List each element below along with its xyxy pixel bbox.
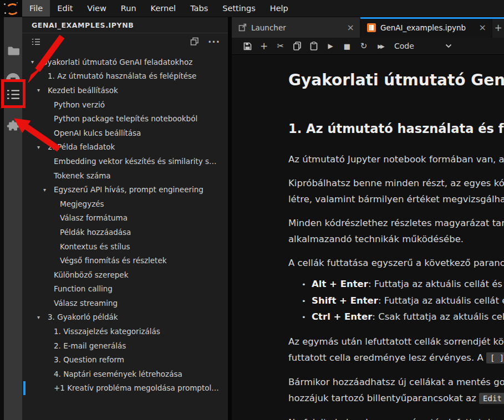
toc-item[interactable]: ▾Egyszerű API hívás, prompt engineering [22,182,228,197]
tab-launcher[interactable]: Launcher× [232,17,360,38]
toc-item[interactable]: 2. E-mail generálás [22,339,228,353]
restart-run-all-button[interactable]: ▶▶ [372,38,389,54]
bullet-marker: • [302,277,312,293]
activity-bar [4,17,22,420]
toc-item[interactable]: OpenAI kulcs beállítása [22,126,228,140]
text-line: Minden kódrészlethez részletes magyaráza… [288,215,504,231]
toc-item[interactable]: Válasz streaming [22,296,228,310]
new-tab-button[interactable]: + [492,17,504,38]
menu-file[interactable]: File [22,0,50,17]
toc-item[interactable]: Python package telepítés notebookból [22,111,228,126]
chevron-down-icon [445,44,452,48]
text-line: Gyakorlati útmutató GenAI feladatokhoz [288,69,504,91]
collapse-caret-icon[interactable]: ▾ [37,314,48,320]
close-icon[interactable]: × [479,24,486,32]
collapse-caret-icon[interactable]: ▾ [37,144,48,150]
toc-item-label: Válasz formátuma [60,213,128,222]
paragraph: Az egymás után lefuttatott cellák sorren… [288,334,504,366]
menu-tabs[interactable]: Tabs [183,0,215,17]
menu-kernel[interactable]: Kernel [144,0,184,17]
logo-dot [4,3,6,5]
toc-item-label: OpenAI kulcs beállítása [54,129,141,137]
toc-item[interactable]: +1 Kreatív probléma megoldása promptol… [22,381,228,396]
toc-item[interactable]: Különböző szerepek [22,268,228,282]
more-commands-icon[interactable]: ∙∙∙ [208,39,220,44]
toc-item[interactable]: Kontextus és stílus [22,239,228,254]
toc-item[interactable]: Megjegyzés [22,197,228,211]
menu-edit[interactable]: Edit [50,0,80,17]
toc-item[interactable]: ▾Gyakorlati útmutató GenAI feladatokhoz [22,55,228,69]
menu-settings[interactable]: Settings [215,0,262,17]
panel-resizer[interactable] [228,17,232,420]
numbered-list-icon[interactable] [32,38,40,45]
launcher-icon [238,23,247,32]
run-cell-button[interactable]: ▶ [322,38,339,54]
main-dock-area: Launcher×GenAI_examples.ipynb×+ +✂▶■↻▶▶C… [232,17,504,420]
toc-item-label: Végső finomítás és részletek [60,256,167,265]
save-button[interactable] [239,38,256,54]
paste-cells-button[interactable] [306,38,322,54]
collapse-all-icon[interactable] [190,37,199,46]
restart-kernel-button[interactable]: ↻ [355,38,372,54]
tab-genai-examples-ipynb[interactable]: GenAI_examples.ipynb× [360,17,492,38]
toc-item-label: Function calling [54,284,113,293]
toc-item[interactable]: 1. Visszajelzés kategorizálás [22,324,228,339]
toc-item-label: 2. Példa feladatok [48,142,115,151]
cell-type-dropdown[interactable]: Code [394,42,452,50]
toc-item[interactable]: ▾2. Példa feladatok [22,140,228,155]
tab-bar: Launcher×GenAI_examples.ipynb×+ [232,17,504,38]
text-line: alkalmazandó technikák működésébe. [288,231,504,247]
copy-cells-button[interactable] [289,38,306,54]
toc-item[interactable]: ▾Kezdeti beállítások [22,83,228,98]
text-line: Bármikor hozzáadhatsz új cellákat a ment… [288,374,504,390]
app-logo-icon[interactable] [0,0,22,17]
notebook-icon [367,23,376,32]
bullet-item: •Shift + Enter: Futtatja az aktuális cel… [288,293,504,310]
menu-run[interactable]: Run [114,0,144,17]
paragraph: Minden kódrészlethez részletes magyaráza… [288,215,504,247]
close-icon[interactable]: × [347,24,354,32]
text-line: Az útmutató Jupyter notebook formában va… [288,151,504,167]
toc-item[interactable]: Function calling [22,282,228,296]
toc-item[interactable]: Embedding vektor készítés és similarity … [22,154,228,168]
toc-item-label: Egyszerű API hívás, prompt engineering [54,185,203,194]
text-line: hozzájuk tartozó billentyűparancsokat az… [288,390,504,407]
toc-item[interactable]: Végső finomítás és részletek [22,253,228,268]
logo-dot [4,12,6,14]
menu-view[interactable]: View [80,0,113,17]
bullet-item: •Alt + Enter: Futtatja az aktuális cellá… [288,276,504,293]
paragraph: Kipróbálhatsz benne minden részt, az egy… [288,175,504,207]
collapse-caret-icon[interactable]: ▾ [37,87,48,93]
menu-help[interactable]: Help [263,0,296,17]
text-line: Az egymás után lefuttatott cellák sorren… [288,334,504,350]
toc-item-label: Megjegyzés [60,199,104,208]
text-line: futtatott cella eredménye lesz érvényes.… [288,350,504,366]
toc-item[interactable]: Válasz formátuma [22,211,228,226]
toc-item[interactable]: Tokenek száma [22,168,228,183]
toc-item[interactable]: ▾3. Gyakorló példák [22,310,228,325]
toc-item-label: Tokenek száma [54,171,111,180]
cut-cells-button[interactable]: ✂ [272,38,289,54]
toc-item[interactable]: 4. Naptári események létrehozása [22,367,228,381]
notebook-toolbar: +✂▶■↻▶▶Code [232,38,504,55]
toc-item[interactable]: Python verzió [22,98,228,112]
notebook-heading-h2: 1. Az útmutató használata és felépítése [288,120,504,137]
toc-item-label: Kezdeti beállítások [48,86,118,95]
collapse-caret-icon[interactable]: ▾ [43,187,54,193]
toc-item-label: Embedding vektor készítés és similarity … [54,157,217,166]
table-of-contents-tree: ▾Gyakorlati útmutató GenAI feladatokhoz1… [22,55,228,395]
menu-items: FileEditViewRunKernelTabsSettingsHelp [22,0,296,17]
jupyterlab-window: FileEditViewRunKernelTabsSettingsHelp GE… [0,0,504,420]
paragraph: Ne felejtsd el sorban egymás után lefutt… [288,414,504,420]
insert-cell-button[interactable]: + [256,38,272,54]
toc-item[interactable]: 3. Question reform [22,352,228,367]
toc-item-label: 1. Az útmutató használata és felépítése [48,71,196,80]
collapse-caret-icon[interactable]: ▾ [31,59,42,65]
toc-item-label: Gyakorlati útmutató GenAI feladatokhoz [42,58,192,66]
interrupt-kernel-button[interactable]: ■ [339,38,355,54]
extension-manager-icon[interactable] [4,118,22,134]
file-browser-icon[interactable] [4,43,22,58]
toc-item[interactable]: Példák hozzáadása [22,225,228,239]
notebook-content: Gyakorlati útmutató GenAI feladatokhoz1.… [232,69,504,420]
toc-item[interactable]: 1. Az útmutató használata és felépítése [22,69,228,84]
